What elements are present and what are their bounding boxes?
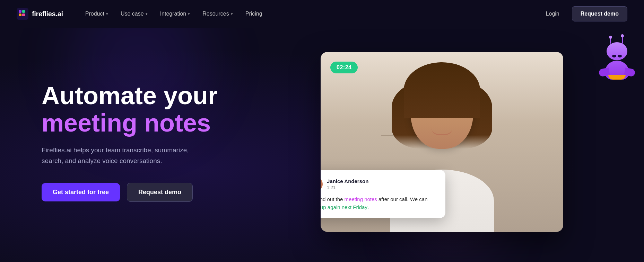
chevron-down-icon: ▾	[231, 12, 233, 16]
robot-head	[607, 42, 627, 60]
nav-right: Login Request demo	[540, 6, 627, 21]
hero-section: Automate your meeting notes Fireflies.ai…	[0, 28, 644, 262]
nav-label-product: Product	[85, 11, 104, 17]
face-oval	[411, 73, 473, 149]
chevron-down-icon: ▾	[188, 12, 190, 16]
robot-eye-left	[612, 55, 616, 57]
nav-request-demo-button[interactable]: Request demo	[572, 6, 627, 21]
chat-bubble: J Janice Anderson 1:21 I'll send out the…	[321, 170, 445, 218]
robot-body	[605, 61, 629, 80]
login-button[interactable]: Login	[540, 8, 565, 20]
nav-item-integration[interactable]: Integration ▾	[155, 8, 196, 20]
nav-links: Product ▾ Use case ▾ Integration ▾ Resou…	[80, 8, 540, 20]
robot-antenna-left	[610, 37, 611, 44]
nav-item-resources[interactable]: Resources ▾	[197, 8, 238, 20]
svg-rect-4	[22, 13, 25, 16]
svg-rect-1	[19, 10, 21, 13]
hero-right: 02:24 J Janice Anderson 1:21 I'll send o…	[256, 42, 627, 242]
smile	[432, 128, 452, 135]
video-card: 02:24 J Janice Anderson 1:21 I'll send o…	[321, 52, 563, 232]
chat-message: I'll send out the meeting notes after ou…	[321, 196, 437, 211]
robot-base	[608, 75, 626, 80]
brand-name: fireflies.ai	[32, 10, 63, 18]
nav-item-usecase[interactable]: Use case ▾	[115, 8, 153, 20]
robot-wing-right	[624, 68, 635, 77]
nav-label-resources: Resources	[202, 11, 229, 17]
hero-title: Automate your meeting notes	[42, 82, 256, 137]
hero-title-line1: Automate your	[42, 82, 218, 109]
chat-text-1: I'll send out the	[321, 196, 345, 202]
logo-link[interactable]: fireflies.ai	[17, 8, 63, 20]
hero-buttons: Get started for free Request demo	[42, 183, 256, 202]
robot-mascot	[596, 35, 638, 80]
hero-left: Automate your meeting notes Fireflies.ai…	[42, 82, 256, 202]
chat-name: Janice Anderson	[327, 178, 368, 184]
person-face	[404, 73, 480, 170]
robot-antenna-right	[622, 36, 623, 44]
robot-eye-right	[618, 55, 622, 57]
chat-time: 1:21	[327, 185, 368, 190]
chevron-down-icon: ▾	[146, 12, 148, 16]
nav-label-pricing: Pricing	[245, 11, 262, 17]
chat-meta: Janice Anderson 1:21	[327, 178, 368, 190]
chat-text-3: .	[367, 204, 369, 210]
chat-highlight-meeting-notes: meeting notes	[345, 196, 377, 202]
logo-icon	[17, 8, 28, 20]
hero-title-line2: meeting notes	[42, 109, 256, 137]
chat-header: J Janice Anderson 1:21	[321, 177, 437, 191]
nav-label-integration: Integration	[160, 11, 186, 17]
request-demo-button[interactable]: Request demo	[127, 183, 193, 202]
nav-item-product[interactable]: Product ▾	[80, 8, 114, 20]
svg-rect-3	[19, 13, 21, 16]
timestamp-badge: 02:24	[330, 62, 358, 73]
robot-body-outer	[596, 35, 638, 80]
hero-subtitle: Fireflies.ai helps your team transcribe,…	[42, 145, 208, 166]
chat-highlight-sync: sync up again next Friday	[321, 204, 367, 210]
chat-text-2: after our call. We can	[377, 196, 428, 202]
hair-top	[404, 62, 480, 118]
svg-rect-2	[22, 10, 25, 13]
chat-avatar: J	[321, 177, 323, 191]
navbar: fireflies.ai Product ▾ Use case ▾ Integr…	[0, 0, 644, 28]
chevron-down-icon: ▾	[106, 12, 108, 16]
nav-label-usecase: Use case	[121, 11, 144, 17]
get-started-button[interactable]: Get started for free	[42, 183, 120, 201]
nav-item-pricing[interactable]: Pricing	[240, 8, 268, 20]
